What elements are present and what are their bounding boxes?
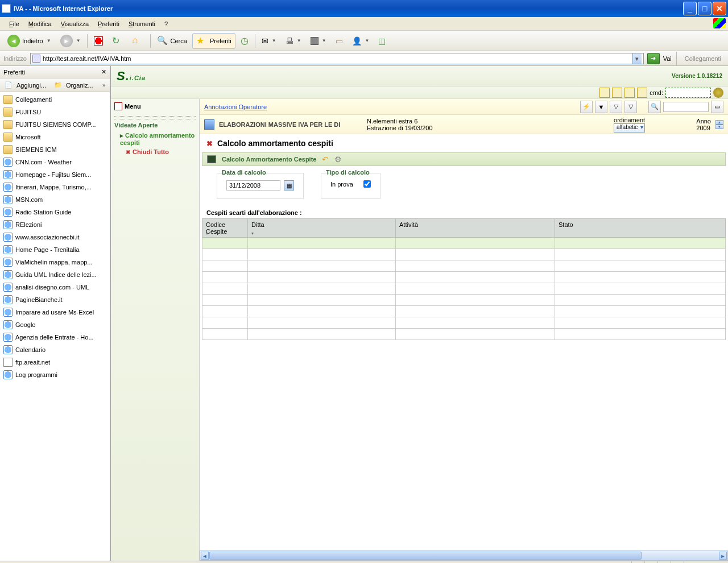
cmd-input[interactable] (665, 88, 711, 98)
favorite-item[interactable]: Guida UML Indice delle lezi... (0, 268, 110, 281)
scroll-left-button[interactable]: ◄ (201, 552, 209, 560)
toolbar-icon-4[interactable] (637, 88, 647, 98)
menu-preferiti[interactable]: Preferiti (93, 19, 124, 28)
dropdown-icon[interactable]: ▼ (322, 38, 326, 43)
add-favorite-button[interactable]: 📄 Aggiungi... (2, 80, 51, 91)
favorite-item[interactable]: CNN.com - Weather (0, 156, 110, 168)
favorite-item[interactable]: Microsoft (0, 131, 110, 143)
col-attivita[interactable]: Attività (396, 219, 555, 238)
scroll-thumb[interactable] (209, 552, 642, 560)
data-input[interactable] (226, 180, 280, 191)
favorite-item[interactable]: ViaMichelin mappa, mapp... (0, 256, 110, 268)
filter-icon-2[interactable]: ▼ (595, 101, 607, 113)
dropdown-icon[interactable]: ▼ (76, 38, 81, 43)
toolbar-icon-3[interactable] (624, 88, 635, 98)
toolbar-icon-1[interactable] (599, 88, 610, 98)
favorite-item[interactable]: Imparare ad usare Ms-Excel (0, 306, 110, 318)
favorite-item[interactable]: www.associazionecbi.it (0, 231, 110, 243)
favorite-item[interactable]: Home Page - Trenitalia (0, 243, 110, 256)
dropdown-icon[interactable]: ▼ (47, 38, 51, 43)
search-input[interactable] (663, 102, 709, 112)
col-codice[interactable]: Codice Cespite▾ (202, 219, 248, 238)
favorite-item[interactable]: Log programmi (0, 369, 110, 381)
table-row[interactable] (202, 238, 726, 249)
favorite-item[interactable]: PagineBianche.it (0, 293, 110, 306)
organize-favorites-button[interactable]: 📁 Organiz... (52, 80, 98, 91)
toolbar-icon-2[interactable] (612, 88, 622, 98)
nav-item-calcolo[interactable]: Calcolo ammortamento cespiti (114, 131, 196, 147)
table-row[interactable] (202, 249, 726, 260)
favorite-item[interactable]: analisi-disegno.com - UML (0, 281, 110, 293)
table-row[interactable] (202, 295, 726, 306)
mail-button[interactable]: ✉▼ (258, 33, 280, 49)
favorite-item[interactable]: Calendario (0, 343, 110, 356)
inprova-checkbox[interactable] (363, 180, 371, 188)
favorite-item[interactable]: Collegamenti (0, 93, 110, 106)
favorite-item[interactable]: Itinerari, Mappe, Turismo,... (0, 181, 110, 193)
menu-file[interactable]: File (5, 19, 24, 28)
favorite-item[interactable]: SIEMENS ICM (0, 143, 110, 156)
zoom-icon[interactable]: 🔍 (648, 101, 661, 113)
favorite-item[interactable]: FUJITSU SIEMENS COMP... (0, 118, 110, 131)
favorite-item[interactable]: Radio Station Guide (0, 206, 110, 218)
search-button[interactable]: 🔍Cerca (153, 33, 191, 49)
home-button[interactable]: ⌂ (129, 33, 148, 49)
table-row[interactable] (202, 260, 726, 272)
scroll-right-button[interactable]: ► (719, 552, 727, 560)
dropdown-icon[interactable]: ▼ (272, 38, 276, 43)
filter-icon-4[interactable]: ▽ (624, 101, 637, 113)
messenger-button[interactable]: 👤▼ (348, 33, 374, 49)
favorite-item[interactable]: RElezioni (0, 218, 110, 231)
edit-button[interactable]: ▼ (307, 33, 330, 49)
favorite-item[interactable]: Homepage - Fujitsu Siem... (0, 168, 110, 181)
favorites-button[interactable]: ★Preferiti (192, 33, 235, 49)
menu-strumenti[interactable]: Strumenti (124, 19, 160, 28)
stop-button[interactable] (90, 33, 107, 49)
col-ditta[interactable]: Ditta▾ (248, 219, 396, 238)
refresh-button[interactable]: ↻ (108, 33, 127, 49)
history-button[interactable]: ◷ (237, 33, 253, 49)
forward-button[interactable]: ►▼ (56, 33, 85, 49)
bug-icon[interactable] (713, 88, 723, 98)
favorite-item[interactable]: MSN.com (0, 193, 110, 206)
sort-icon[interactable]: ▾ (251, 231, 254, 236)
minimize-button[interactable]: _ (683, 2, 697, 15)
dropdown-icon[interactable]: ▼ (297, 38, 301, 43)
calendar-icon[interactable]: ▦ (284, 180, 294, 191)
maximize-button[interactable]: □ (698, 2, 712, 15)
discuss-button[interactable]: ▭ (332, 33, 347, 49)
menu-modifica[interactable]: Modifica (24, 19, 56, 28)
back-button[interactable]: ◄Indietro▼ (3, 33, 55, 49)
menu-visualizza[interactable]: Visualizza (56, 19, 93, 28)
table-row[interactable] (202, 283, 726, 295)
table-row[interactable] (202, 317, 726, 329)
go-button[interactable]: ➔ (647, 53, 660, 64)
url-dropdown[interactable]: ▾ (632, 53, 642, 64)
dropdown-icon[interactable]: ▼ (365, 38, 370, 43)
nav-close-all[interactable]: Chiudi Tutto (114, 147, 196, 156)
research-button[interactable]: ◫ (374, 33, 390, 49)
favorite-item[interactable]: ftp.areait.net (0, 356, 110, 369)
ord-select[interactable]: alfabetic (614, 123, 645, 133)
close-button[interactable]: ✕ (713, 2, 726, 15)
links-label[interactable]: Collegamenti (681, 55, 725, 62)
filter-icon-3[interactable]: ▽ (610, 101, 622, 113)
menu-help[interactable]: ? (160, 19, 172, 28)
table-row[interactable] (202, 306, 726, 317)
card-icon[interactable]: ▭ (711, 101, 723, 113)
filter-icon-1[interactable]: ⚡ (580, 101, 593, 113)
anno-spinner[interactable]: ▴▾ (715, 120, 723, 129)
more-icon[interactable]: » (100, 81, 107, 89)
url-input[interactable]: http://test.areait.net/IVA/IVA.htm ▾ (30, 53, 644, 64)
gear-icon[interactable]: ⚙ (334, 155, 342, 164)
nav-menu-header[interactable]: Menu (114, 101, 196, 114)
favorite-item[interactable]: Google (0, 318, 110, 331)
table-row[interactable] (202, 329, 726, 340)
print-button[interactable]: 🖶▼ (282, 33, 305, 49)
annotazioni-link[interactable]: Annotazioni Operatore (204, 104, 267, 110)
favorite-item[interactable]: Agenzia delle Entrate - Ho... (0, 331, 110, 343)
table-row[interactable] (202, 272, 726, 283)
favorite-item[interactable]: FUJITSU (0, 106, 110, 118)
close-panel-button[interactable]: ✕ (101, 68, 106, 76)
horizontal-scrollbar[interactable]: ◄ ► (200, 550, 728, 561)
